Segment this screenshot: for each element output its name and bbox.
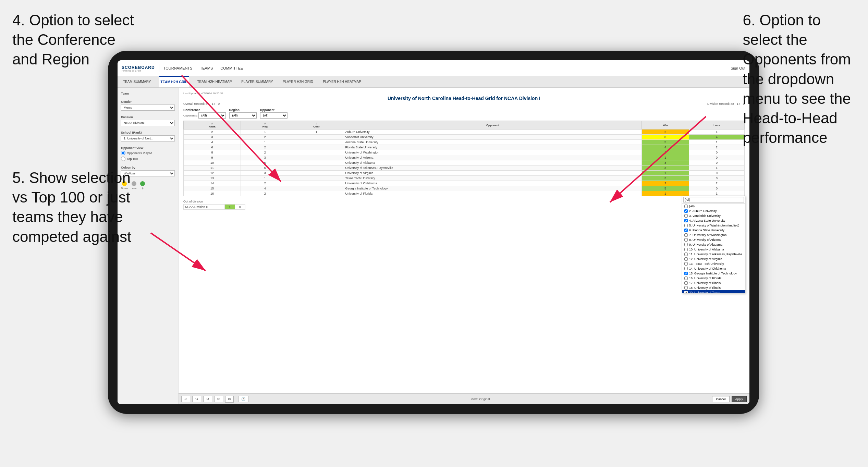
sidebar-school-label: School (Rank) [121, 131, 175, 134]
sidebar-opponent-view-section: Opponent View Opponents Played Top 100 [121, 146, 175, 161]
region-select[interactable]: (All) [229, 112, 257, 119]
table-row: 3 2 Vanderbilt University 0 4 [184, 135, 745, 140]
cell-win: 4 [641, 145, 689, 150]
cell-reg: 1 [241, 176, 289, 181]
subnav-team-h2h-grid[interactable]: TEAM H2H GRID [159, 76, 189, 87]
col-win: Win [641, 121, 689, 130]
cell-win: 3 [641, 160, 689, 165]
dropdown-item[interactable]: 12. University of Virginia [682, 257, 745, 261]
toolbar-reset[interactable]: ↺ [203, 396, 212, 402]
subnav-player-h2h-grid[interactable]: PLAYER H2H GRID [281, 76, 315, 87]
cell-reg: 2 [241, 150, 289, 155]
cancel-button[interactable]: Cancel [712, 396, 729, 402]
cell-opponent: Vanderbilt University [344, 135, 641, 140]
dropdown-item[interactable]: 6. Florida State University [682, 228, 745, 233]
dropdown-item[interactable]: 17. University of Illinois [682, 281, 745, 285]
cell-reg: 2 [241, 135, 289, 140]
cell-reg: 2 [241, 145, 289, 150]
cell-reg: 1 [241, 130, 289, 135]
sidebar-gender-select[interactable]: Men's [121, 105, 175, 111]
dropdown-item[interactable]: 9. University of Alabama [682, 242, 745, 247]
opponent-select[interactable]: (All) [260, 112, 288, 119]
subnav-player-summary[interactable]: PLAYER SUMMARY [240, 76, 274, 87]
apply-button[interactable]: Apply [732, 396, 747, 402]
dropdown-item-label: 16. University of Florida [689, 276, 722, 280]
cell-reg: 3 [241, 155, 289, 160]
dropdown-item[interactable]: 5. University of Washington (implied) [682, 223, 745, 228]
dropdown-item-label: 20. University of Texas [689, 291, 720, 293]
dropdown-item[interactable]: 20. University of Texas [682, 290, 745, 293]
radio-group: Opponents Played Top 100 [121, 151, 175, 161]
report-title: University of North Carolina Head-to-Hea… [183, 96, 745, 101]
dropdown-item[interactable]: 4. Arizona State University [682, 218, 745, 223]
radio-top-100[interactable]: Top 100 [121, 157, 175, 161]
toolbar-clock[interactable]: 🕐 [238, 396, 248, 402]
toolbar-redo[interactable]: ↪ [192, 396, 201, 402]
toolbar-divider [236, 396, 236, 402]
subnav-team-h2h-heatmap[interactable]: TEAM H2H HEATMAP [196, 76, 233, 87]
cell-conf [289, 181, 344, 186]
dropdown-item-label: 11. University of Arkansas, Fayetteville [689, 253, 742, 256]
nav-tournaments[interactable]: TOURNAMENTS [163, 66, 193, 70]
dropdown-item[interactable]: 10. University of Alabama [682, 247, 745, 252]
cell-opponent: University of Arizona [344, 155, 641, 160]
sidebar-school-select[interactable]: 1. University of Nort... [121, 135, 175, 142]
dropdown-item[interactable]: 15. Georgia Institute of Technology [682, 271, 745, 276]
toolbar-copy[interactable]: ⧉ [225, 396, 234, 403]
cell-loss: 1 [689, 130, 745, 135]
subnav-team-summary[interactable]: TEAM SUMMARY [122, 76, 152, 87]
toolbar-undo[interactable]: ↩ [181, 396, 190, 402]
toolbar: ↩ ↪ ↺ ⟳ ⧉ 🕐 View: Original Cancel Apply [179, 393, 749, 404]
dropdown-search-input[interactable] [683, 197, 744, 202]
dropdown-item[interactable]: 11. University of Arkansas, Fayetteville [682, 252, 745, 257]
dropdown-item[interactable]: 2. Auburn University [682, 209, 745, 213]
cell-rank: 12 [184, 171, 241, 176]
cell-opponent: Georgia Institute of Technology [344, 186, 641, 191]
cell-rank: 16 [184, 191, 241, 196]
out-div-name: NCAA Division II [184, 205, 225, 210]
report-header: Last Updated: 4/7/2024 16:55:38 Universi… [183, 92, 745, 106]
conference-select[interactable]: (All) [198, 112, 226, 119]
dropdown-item[interactable]: 14. University of Oklahoma [682, 266, 745, 271]
cell-conf [289, 191, 344, 196]
sidebar-gender-section: Gender Men's [121, 100, 175, 111]
dropdown-item[interactable]: 3. Vanderbilt University [682, 213, 745, 218]
cell-conf [289, 171, 344, 176]
dropdown-item[interactable]: 13. Texas Tech University [682, 261, 745, 266]
cell-opponent: University of Washington [344, 150, 641, 155]
cell-conf [289, 186, 344, 191]
cell-rank: 14 [184, 181, 241, 186]
cell-loss: 1 [689, 140, 745, 145]
table-row: 6 2 Florida State University 4 2 [184, 145, 745, 150]
subnav-player-h2h-heatmap[interactable]: PLAYER H2H HEATMAP [321, 76, 363, 87]
cell-win: 1 [641, 171, 689, 176]
col-reg: #Reg [241, 121, 289, 130]
dropdown-item[interactable]: (All) [682, 204, 745, 209]
dropdown-item[interactable]: 18. University of Illinois [682, 285, 745, 290]
cell-reg: 2 [241, 191, 289, 196]
cell-win: 3 [641, 176, 689, 181]
cell-reg: 1 [241, 140, 289, 145]
dropdown-item[interactable]: 16. University of Florida [682, 276, 745, 281]
sidebar-division-select[interactable]: NCAA Division I [121, 120, 175, 126]
cell-conf [289, 165, 344, 171]
report-meta: Overall Record: 89 - 17 - 0 Division Rec… [183, 102, 745, 106]
cell-reg: 2 [241, 181, 289, 186]
cell-win: 1 [641, 155, 689, 160]
dropdown-item-label: 2. Auburn University [689, 209, 717, 213]
sidebar-school-section: School (Rank) 1. University of Nort... [121, 131, 175, 142]
toolbar-refresh[interactable]: ⟳ [214, 396, 223, 402]
nav-teams[interactable]: TEAMS [200, 66, 213, 70]
radio-opponents-played[interactable]: Opponents Played [121, 151, 175, 155]
cell-conf [289, 145, 344, 150]
conference-filter: Conference Opponents: (All) [183, 108, 226, 119]
dropdown-item[interactable]: 7. University of Washington [682, 233, 745, 237]
cell-opponent: University of Oklahoma [344, 181, 641, 186]
cell-rank: 4 [184, 140, 241, 145]
cell-rank: 11 [184, 165, 241, 171]
opponent-dropdown[interactable]: (All)2. Auburn University3. Vanderbilt U… [682, 196, 745, 293]
dropdown-item[interactable]: 8. University of Arizona [682, 237, 745, 242]
table-row: 13 1 Texas Tech University 3 0 [184, 176, 745, 181]
toolbar-view-label: View: Original [471, 397, 490, 401]
nav-committee[interactable]: COMMITTEE [220, 66, 243, 70]
